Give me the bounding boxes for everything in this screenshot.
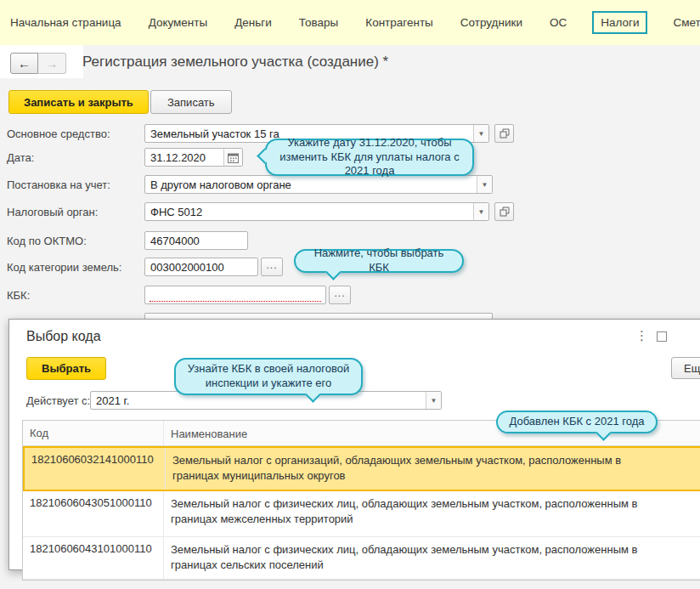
kbk-table: Код Наименование 18210606032141000110 Зе…	[22, 420, 700, 581]
row-code: 18210606043101000110	[23, 537, 164, 579]
nav-item-goods[interactable]: Товары	[297, 12, 340, 33]
row-code: 18210606043051000110	[23, 491, 164, 536]
page-title: Регистрация земельного участка (создание…	[82, 54, 388, 71]
row-name: Земельный налог с физических лиц, облада…	[164, 491, 700, 536]
valid-from-label: Действует с:	[26, 394, 90, 407]
callout-date-hint: Укажите дату 31.12.2020, чтобы изменить …	[265, 139, 474, 176]
callout-inspection-text: Узнайте КБК в своей налоговой инспекции …	[184, 362, 353, 391]
tax-authority-label: Налоговый орган:	[7, 206, 98, 218]
back-arrow-icon: ←	[18, 56, 31, 71]
table-row-selected[interactable]: 18210606032141000110 Земельный налог с о…	[23, 446, 700, 491]
save-button[interactable]: Записать	[150, 90, 232, 114]
kbk-field[interactable]	[144, 286, 326, 304]
table-row[interactable]: 18210606043051000110 Земельный налог с ф…	[23, 491, 700, 537]
row-name-text: Земельный налог с физических лиц, облада…	[171, 542, 646, 574]
chevron-down-icon[interactable]: ▼	[473, 203, 488, 220]
nav-item-money[interactable]: Деньги	[233, 12, 274, 33]
kbk-ellipsis-button[interactable]: ...	[329, 286, 351, 304]
calendar-icon[interactable]	[223, 149, 242, 166]
chevron-down-icon[interactable]: ▼	[477, 176, 492, 193]
nav-item-fixed-assets[interactable]: ОС	[548, 12, 568, 33]
callout-tail-left	[257, 148, 272, 163]
dialog-menu-dots-icon[interactable]: ⋮	[635, 328, 648, 343]
open-link-icon	[500, 207, 510, 217]
required-field-underline	[150, 301, 321, 302]
callout-added-kbk-text: Добавлен КБК с 2021 года	[510, 415, 645, 429]
land-category-field[interactable]	[144, 258, 258, 276]
nav-item-estimates[interactable]: Сметы	[671, 12, 700, 33]
callout-added-kbk-hint: Добавлен КБК с 2021 года	[496, 411, 658, 433]
more-button[interactable]: Еще	[671, 357, 700, 379]
table-row[interactable]: 18210606043101000110 Земельный налог с ф…	[23, 537, 700, 580]
date-label: Дата:	[7, 151, 34, 164]
oktmo-field[interactable]	[144, 231, 248, 250]
row-name-text: Земельный налог с организаций, обладающи…	[172, 453, 648, 484]
nav-item-counterparties[interactable]: Контрагенты	[364, 12, 435, 33]
callout-inspection-hint: Узнайте КБК в своей налоговой инспекции …	[174, 358, 363, 395]
chevron-down-icon[interactable]: ▼	[426, 392, 441, 409]
land-category-input[interactable]	[145, 258, 257, 275]
row-name: Земельный налог с организаций, обладающи…	[166, 448, 700, 490]
date-input[interactable]	[145, 149, 223, 166]
nav-item-employees[interactable]: Сотрудники	[459, 12, 524, 33]
oktmo-input[interactable]	[145, 232, 247, 249]
select-button[interactable]: Выбрать	[26, 357, 106, 380]
maximize-icon[interactable]	[657, 331, 667, 342]
callout-kbk-pick-hint: Нажмите, чтобы выбрать КБК	[294, 249, 464, 273]
row-name: Земельный налог с физических лиц, облада…	[164, 537, 700, 579]
dialog-title: Выбор кода	[26, 329, 101, 344]
tax-authority-input[interactable]	[145, 203, 473, 220]
nav-item-home[interactable]: Начальная страница	[8, 12, 123, 33]
land-category-label: Код категории земель:	[7, 261, 121, 274]
row-name-text: Земельный налог с физических лиц, облада…	[171, 496, 646, 528]
oktmo-label: Код по ОКТМО:	[7, 235, 87, 247]
nav-item-documents[interactable]: Документы	[147, 12, 210, 33]
top-nav: Начальная страница Документы Деньги Това…	[0, 0, 700, 45]
forward-button[interactable]: →	[38, 53, 66, 74]
save-and-close-button[interactable]: Записать и закрыть	[8, 90, 149, 114]
registration-label: Постановка на учет:	[7, 178, 110, 191]
callout-date-hint-text: Укажите дату 31.12.2020, чтобы изменить …	[275, 136, 464, 179]
app-screen: Начальная страница Документы Деньги Това…	[0, 0, 700, 589]
history-buttons: ← →	[10, 53, 66, 74]
open-asset-button[interactable]	[494, 124, 514, 143]
kbk-label: КБК:	[7, 289, 30, 302]
open-link-icon	[500, 128, 510, 139]
forward-arrow-icon: →	[46, 56, 59, 71]
code-select-dialog: Выбор кода ⋮ Выбрать Еще Действует с: ▼ …	[8, 319, 700, 570]
asset-label: Основное средство:	[7, 127, 110, 140]
nav-item-taxes-active[interactable]: Налоги	[592, 11, 647, 34]
chevron-down-icon[interactable]: ▼	[473, 125, 488, 142]
date-field[interactable]	[144, 148, 243, 167]
tax-authority-combobox[interactable]: ▼	[144, 202, 489, 221]
open-tax-authority-button[interactable]	[494, 202, 514, 221]
land-category-ellipsis-button[interactable]: ...	[261, 258, 283, 276]
row-code: 18210606032141000110	[25, 448, 166, 490]
column-header-code[interactable]: Код	[23, 421, 164, 445]
back-button[interactable]: ←	[10, 53, 38, 74]
